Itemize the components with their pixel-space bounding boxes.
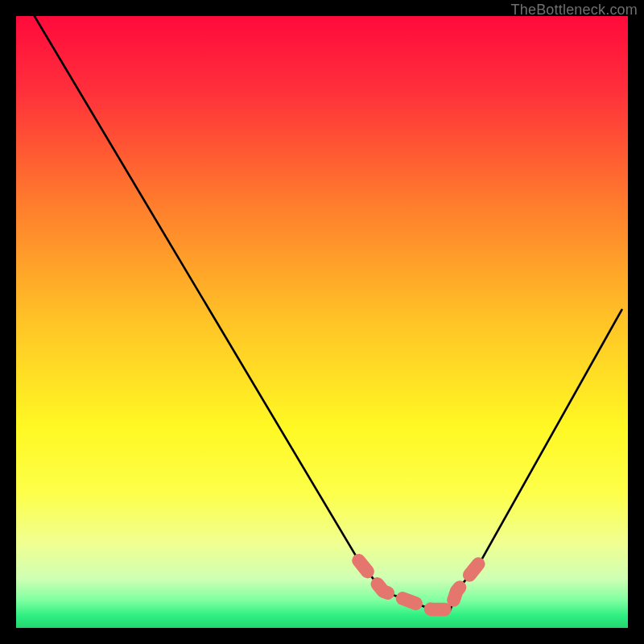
series-bottleneck-left [35, 16, 451, 609]
series-highlight-valley [359, 560, 481, 609]
chart-lines [16, 16, 628, 628]
chart-stage: TheBottleneck.com [0, 0, 644, 644]
plot-area [16, 16, 628, 628]
